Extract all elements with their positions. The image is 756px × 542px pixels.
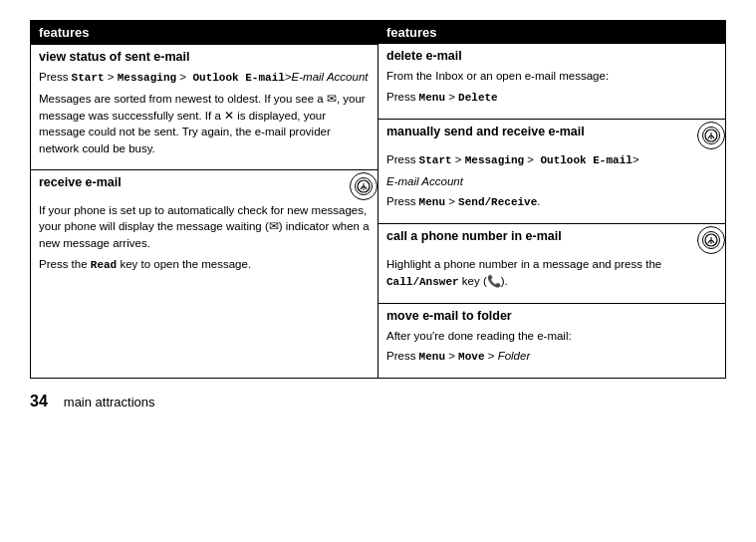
- section-manually-send: manually send and receive e-mail Press S…: [378, 119, 725, 224]
- receive-email-desc1: If your phone is set up to automatically…: [39, 202, 370, 252]
- delete-key: Delete: [458, 92, 498, 104]
- section-move-email-body: After you're done reading the e-mail: Pr…: [378, 326, 725, 379]
- folder-italic: Folder: [498, 350, 531, 362]
- right-table-header: features: [378, 21, 725, 44]
- manually-send-desc2: E-mail Account: [386, 173, 717, 190]
- left-table: features view status of sent e-mail Pres…: [30, 20, 378, 379]
- move-key: Move: [458, 351, 484, 363]
- signal-icon-3: [704, 233, 718, 247]
- delete-email-instruction: Press Menu > Delete: [386, 89, 717, 107]
- move-email-instruction: Press Menu > Move > Folder: [386, 348, 717, 366]
- manually-send-desc1: Press Start > Messaging > Outlook E-mail…: [386, 151, 717, 169]
- manually-send-icon: [697, 122, 725, 149]
- page: features view status of sent e-mail Pres…: [30, 20, 726, 410]
- section-call-phone-title: call a phone number in e-mail: [378, 224, 570, 246]
- section-view-status: view status of sent e-mail Press Start >…: [31, 44, 378, 169]
- receive-email-icon: [350, 172, 378, 200]
- receive-email-title-row: receive e-mail: [31, 170, 378, 200]
- section-move-email-title: move e-mail to folder: [378, 304, 725, 326]
- section-receive-email: receive e-mail If your phone is set up t…: [31, 169, 378, 286]
- menu-key-1: Menu: [419, 92, 445, 104]
- call-phone-desc: Highlight a phone number in a message an…: [386, 256, 717, 291]
- page-number: 34: [30, 393, 48, 410]
- receive-email-desc2: Press the Read key to open the message.: [39, 256, 370, 274]
- section-delete-email-title: delete e-mail: [378, 44, 725, 66]
- section-call-phone-body: Highlight a phone number in a message an…: [378, 254, 725, 303]
- menu-key-2: Menu: [419, 196, 445, 208]
- read-key: Read: [91, 259, 117, 271]
- section-delete-email: delete e-mail From the Inbox or an open …: [378, 44, 725, 119]
- menu-key-3: Menu: [419, 351, 445, 363]
- outlook-key: Outlook E-mail: [192, 72, 284, 84]
- messaging-key: Messaging: [118, 72, 176, 84]
- section-manually-send-title: manually send and receive e-mail: [378, 120, 593, 141]
- section-view-status-title: view status of sent e-mail: [31, 45, 378, 67]
- view-status-desc: Messages are sorted from newest to oldes…: [39, 91, 370, 157]
- delete-email-desc: From the Inbox or an open e-mail message…: [386, 68, 717, 85]
- receive-email-icon-inner: [355, 177, 373, 195]
- right-table: features delete e-mail From the Inbox or…: [378, 20, 726, 379]
- send-receive-key: Send/Receive: [458, 196, 537, 208]
- email-account-italic-2: E-mail Account: [386, 175, 463, 187]
- section-delete-email-body: From the Inbox or an open e-mail message…: [378, 66, 725, 119]
- manually-send-icon-inner: [702, 127, 720, 144]
- call-phone-title-row: call a phone number in e-mail: [378, 224, 725, 254]
- page-label: main attractions: [64, 395, 155, 409]
- section-receive-email-body: If your phone is set up to automatically…: [31, 200, 378, 286]
- start-key-2: Start: [419, 154, 452, 166]
- footer: 34 main attractions: [30, 379, 726, 410]
- messaging-key-2: Messaging: [465, 154, 524, 166]
- section-call-phone: call a phone number in e-mail Highlight …: [378, 223, 725, 303]
- signal-icon: [357, 179, 371, 193]
- outlook-key-2: Outlook E-mail: [540, 154, 631, 166]
- section-manually-send-body: Press Start > Messaging > Outlook E-mail…: [378, 149, 725, 224]
- section-move-email: move e-mail to folder After you're done …: [378, 303, 725, 379]
- start-key: Start: [72, 72, 105, 84]
- move-email-desc: After you're done reading the e-mail:: [386, 328, 717, 345]
- tables-container: features view status of sent e-mail Pres…: [30, 20, 726, 379]
- call-answer-key: Call/Answer: [386, 276, 459, 288]
- signal-icon-2: [704, 129, 718, 142]
- manually-send-title-row: manually send and receive e-mail: [378, 120, 725, 149]
- call-phone-icon-inner: [702, 231, 720, 249]
- section-receive-email-title: receive e-mail: [31, 170, 129, 192]
- section-view-status-body: Press Start > Messaging > Outlook E-mail…: [31, 67, 378, 169]
- email-account-italic: E-mail Account: [292, 71, 369, 83]
- call-phone-icon: [697, 226, 725, 254]
- manually-send-instruction: Press Menu > Send/Receive.: [386, 193, 717, 211]
- left-table-header: features: [31, 21, 378, 44]
